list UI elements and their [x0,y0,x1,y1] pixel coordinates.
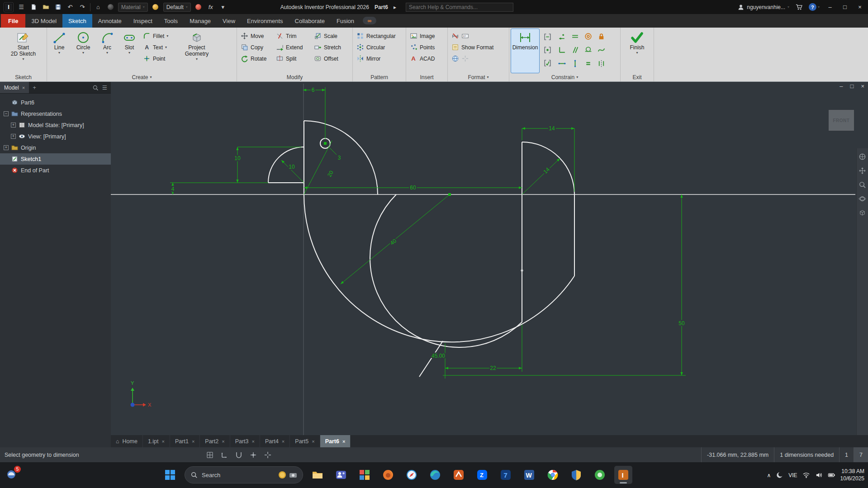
points-button[interactable]: Points [408,42,436,53]
search-icon[interactable] [92,85,99,91]
horizontal-constraint-button[interactable] [556,57,568,70]
open-folder-icon[interactable] [41,3,50,12]
volume-icon[interactable] [815,471,823,479]
vertical-constraint-button[interactable] [569,57,581,70]
help-search-input[interactable] [406,3,513,12]
panel-label-insert[interactable]: Insert [406,73,447,81]
close-icon[interactable]: × [282,439,285,444]
fillet-button[interactable]: Fillet▾ [141,30,180,42]
axes-toggle-icon[interactable] [220,451,228,459]
tab-annotate[interactable]: Annotate [92,14,128,28]
minimize-button[interactable]: – [825,4,835,10]
pan-icon[interactable] [859,167,866,175]
tangent-constraint-button[interactable] [582,44,594,56]
taskbar-file-explorer[interactable] [308,466,327,484]
tree-item-sketch1[interactable]: Sketch1 [0,153,111,165]
close-icon[interactable]: × [252,439,255,444]
mirror-button[interactable]: Mirror [355,53,398,64]
redo-icon[interactable]: ↷ [78,3,87,12]
dim-6[interactable]: 6 [312,87,315,93]
taskbar-app-orange[interactable] [450,466,468,484]
arc-button[interactable]: Arc▾ [97,29,118,73]
dim-14[interactable]: 14 [549,125,555,132]
tab-collaborate[interactable]: Collaborate [289,14,331,28]
symmetric-constraint-button[interactable] [595,57,607,70]
driven-dimension-button[interactable] [450,30,495,42]
help-button[interactable]: ?▾ [809,3,820,11]
tree-item-part6[interactable]: Part6 [0,97,111,108]
smooth-constraint-button[interactable] [595,44,607,56]
doc-tab-1ipt[interactable]: 1.ipt× [143,435,170,447]
sketch-point[interactable] [324,142,327,145]
language-indicator[interactable]: VIE [788,472,797,479]
panel-label-pattern[interactable]: Pattern [353,73,406,81]
chevron-right-icon[interactable]: ▸ [394,4,396,10]
doc-tab-part1[interactable]: Part1× [170,435,200,447]
tree-item-model-state[interactable]: + Model State: [Primary] [0,119,111,131]
close-icon[interactable]: × [342,439,345,444]
taskbar-inventor[interactable]: I [614,466,632,484]
collapse-icon[interactable]: − [4,111,9,116]
doc-tab-part5[interactable]: Part5× [290,435,320,447]
view-cube[interactable]: FRONT [829,110,854,131]
expand-icon[interactable]: + [11,134,16,139]
extend-button[interactable]: Extend [274,42,311,53]
doc-minimize-icon[interactable]: – [840,83,843,90]
split-button[interactable]: Split [274,53,311,64]
dim-3[interactable]: 3 [338,155,341,161]
color-ball-icon[interactable] [151,3,160,12]
expand-icon[interactable]: + [11,123,16,128]
finish-sketch-button[interactable]: Finish ▾ [630,29,644,73]
tree-item-view[interactable]: + View: [Primary] [0,131,111,142]
wifi-icon[interactable] [802,471,810,479]
quick-access-more-icon[interactable]: ▾ [218,3,228,12]
circle-button[interactable]: Circle▾ [71,29,96,73]
close-icon[interactable]: × [162,439,165,444]
navigation-wheel-icon[interactable] [859,153,866,161]
doc-tab-part4[interactable]: Part4× [260,435,290,447]
doc-tab-part3[interactable]: Part3× [230,435,260,447]
copy-button[interactable]: Copy [239,42,273,53]
home-icon[interactable]: ⌂ [94,3,103,12]
close-icon[interactable]: × [192,439,194,444]
user-account-button[interactable]: nguyenvanhie... ▾ [737,4,789,11]
orbit-icon[interactable] [859,195,866,203]
tree-item-representations[interactable]: − Representations [0,108,111,119]
dim-10-radius[interactable]: 10 [289,164,295,170]
maximize-button[interactable]: □ [840,4,849,10]
dim-4[interactable]: 4 [171,186,175,192]
battery-icon[interactable] [828,471,835,479]
panel-label-format[interactable]: Format▾ [448,73,509,81]
doc-tab-home[interactable]: ⌂ Home [111,435,143,447]
line-button[interactable]: Line▾ [49,29,70,73]
show-constraints-button[interactable] [541,44,554,56]
browser-tab-model[interactable]: Model× [0,82,29,93]
doc-close-icon[interactable]: × [861,83,864,90]
rotate-button[interactable]: Rotate [239,53,273,64]
cart-icon[interactable] [795,3,803,11]
sketch-scale-button[interactable] [450,53,495,64]
taskbar-defender[interactable] [567,466,585,484]
new-file-icon[interactable] [29,3,38,12]
taskbar-photos[interactable] [356,466,374,484]
perpendicular-constraint-button[interactable] [556,44,568,56]
close-icon[interactable]: × [222,439,224,444]
focus-assist-icon[interactable] [776,471,783,479]
browser-add-tab-button[interactable]: + [29,82,40,93]
tree-item-origin[interactable]: + Origin [0,142,111,153]
project-geometry-button[interactable]: ProjectGeometry ▾ [181,29,213,73]
panel-label-constrain[interactable]: Constrain▾ [509,73,620,81]
start-2d-sketch-button[interactable]: Start2D Sketch ▾ [11,29,36,73]
hidden-icons-chevron[interactable]: ∧ [767,472,771,479]
taskbar-zalo[interactable]: Z [473,466,491,484]
trim-button[interactable]: Trim [274,30,311,42]
acad-button[interactable]: ACAD [408,53,436,64]
coincident-constraint-button[interactable] [556,30,568,43]
tab-environments[interactable]: Environments [241,14,289,28]
dim-50[interactable]: 50 [678,320,685,327]
expand-icon[interactable]: + [4,145,9,150]
start-button[interactable] [161,466,179,484]
doc-tab-part6[interactable]: Part6× [320,435,351,447]
material-dropdown[interactable]: Material▾ [118,3,148,12]
text-button[interactable]: Text▾ [141,42,180,53]
